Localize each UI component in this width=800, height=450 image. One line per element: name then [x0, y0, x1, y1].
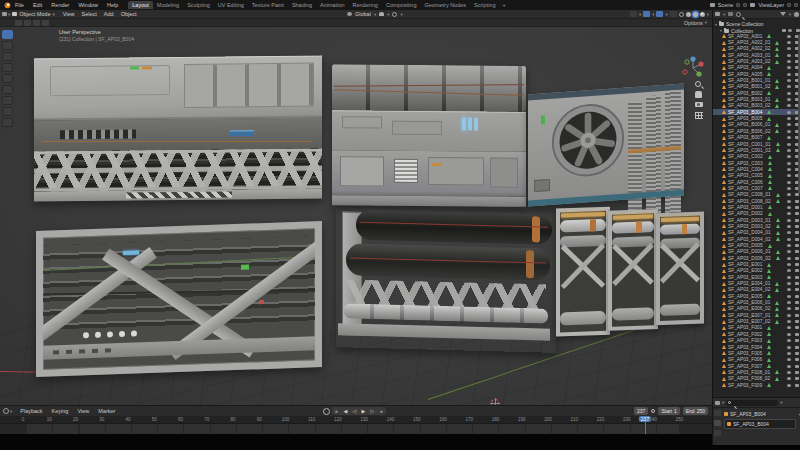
- disable-render-toggle[interactable]: [795, 333, 799, 336]
- tool-setting-select-mode-intersect[interactable]: [42, 20, 49, 26]
- exclude-checkbox[interactable]: [782, 29, 786, 32]
- remove-view-layer-button[interactable]: [794, 3, 798, 7]
- hide-viewport-toggle[interactable]: [787, 79, 791, 82]
- viewport-camera-icon[interactable]: [695, 102, 703, 107]
- model-panel-tanks[interactable]: [336, 207, 556, 353]
- object-name-field[interactable]: SF_AP03_B004: [724, 419, 796, 429]
- tool-setting-select-box[interactable]: [15, 20, 22, 26]
- show-gizmo-toggle[interactable]: [643, 11, 650, 17]
- properties-editor-type-icon[interactable]: [715, 401, 720, 405]
- outliner-display-mode-icon[interactable]: [728, 12, 733, 16]
- hide-viewport-toggle[interactable]: [787, 314, 791, 317]
- properties-search-input[interactable]: [726, 400, 778, 406]
- playback-play[interactable]: ▶: [359, 407, 368, 415]
- hide-viewport-toggle[interactable]: [787, 155, 791, 158]
- toggle-xray[interactable]: [670, 11, 677, 17]
- topbar-menu-file[interactable]: File: [15, 2, 24, 8]
- blender-logo-icon[interactable]: [3, 1, 11, 9]
- tool-cursor[interactable]: [2, 41, 13, 50]
- disable-render-toggle[interactable]: [795, 257, 799, 260]
- timeline-menu-keying[interactable]: Keying: [52, 408, 69, 414]
- hide-viewport-toggle[interactable]: [787, 47, 791, 50]
- hide-viewport-toggle[interactable]: [787, 365, 791, 368]
- tool-measure[interactable]: [2, 107, 13, 116]
- tool-annotate[interactable]: [2, 96, 13, 105]
- disable-render-toggle[interactable]: [795, 358, 799, 361]
- hide-viewport-toggle[interactable]: [787, 54, 791, 57]
- disclosure-icon[interactable]: ▾: [715, 22, 717, 27]
- hide-viewport-toggle[interactable]: [787, 244, 791, 247]
- hide-viewport-toggle[interactable]: [787, 193, 791, 196]
- transform-orientation-dropdown[interactable]: Global: [355, 11, 371, 17]
- hide-viewport-toggle[interactable]: [787, 60, 791, 63]
- disable-render-toggle[interactable]: [795, 295, 799, 298]
- hide-viewport-toggle[interactable]: [787, 219, 791, 222]
- viewport-3d[interactable]: User Perspective (231) Collection | SF_A…: [0, 27, 712, 405]
- outliner-scrollbar[interactable]: [798, 34, 800, 194]
- disable-render-toggle[interactable]: [795, 263, 799, 266]
- model-panel-top-left[interactable]: [34, 55, 322, 201]
- tab-data[interactable]: [714, 430, 721, 436]
- hide-viewport-toggle[interactable]: [787, 339, 791, 342]
- hide-viewport-toggle[interactable]: [787, 307, 791, 310]
- playback-next-keyframe[interactable]: ▷: [368, 407, 377, 415]
- disable-render-toggle[interactable]: [795, 282, 799, 285]
- disable-render-toggle[interactable]: [795, 231, 799, 234]
- hide-viewport-toggle[interactable]: [787, 206, 791, 209]
- hide-viewport-toggle[interactable]: [788, 29, 792, 32]
- tab-object[interactable]: [714, 420, 721, 426]
- hide-viewport-toggle[interactable]: [787, 73, 791, 76]
- tool-setting-select-mode-subtract[interactable]: [33, 20, 40, 26]
- disable-render-toggle[interactable]: [795, 301, 799, 304]
- shading-dropdown[interactable]: ▾: [707, 12, 709, 17]
- disable-render-toggle[interactable]: [795, 288, 799, 291]
- tool-add-cube[interactable]: [2, 118, 13, 127]
- tab-tool[interactable]: [714, 410, 721, 416]
- unlink-scene-button[interactable]: [743, 3, 747, 7]
- shading-wireframe-button[interactable]: [679, 12, 684, 17]
- topbar-menu-window[interactable]: Window: [78, 2, 98, 8]
- topbar-menu-render[interactable]: Render: [51, 2, 69, 8]
- workspace-tab-animation[interactable]: Animation: [316, 1, 348, 9]
- auto-keying-button[interactable]: [323, 408, 330, 415]
- add-workspace-button[interactable]: +: [499, 1, 508, 9]
- hide-viewport-toggle[interactable]: [787, 301, 791, 304]
- start-frame-field[interactable]: Start1: [658, 407, 679, 415]
- disable-render-toggle[interactable]: [795, 200, 799, 203]
- hide-viewport-toggle[interactable]: [787, 231, 791, 234]
- disable-render-toggle[interactable]: [795, 238, 799, 241]
- hide-viewport-toggle[interactable]: [787, 288, 791, 291]
- hide-viewport-toggle[interactable]: [787, 143, 791, 146]
- timeline-editor-type-icon[interactable]: [3, 408, 9, 414]
- hide-viewport-toggle[interactable]: [787, 238, 791, 241]
- disable-render-toggle[interactable]: [795, 225, 799, 228]
- disable-render-toggle[interactable]: [795, 206, 799, 209]
- hide-viewport-toggle[interactable]: [787, 276, 791, 279]
- workspace-tab-shading[interactable]: Shading: [288, 1, 316, 9]
- hide-viewport-toggle[interactable]: [787, 371, 791, 374]
- properties-filter-dropdown[interactable]: ▾: [780, 400, 782, 405]
- hide-viewport-toggle[interactable]: [787, 136, 791, 139]
- scene-selector[interactable]: Scene: [718, 2, 734, 8]
- hide-viewport-toggle[interactable]: [787, 200, 791, 203]
- outliner-search-icon[interactable]: [736, 12, 741, 17]
- workspace-tab-compositing[interactable]: Compositing: [382, 1, 421, 9]
- hide-viewport-toggle[interactable]: [787, 320, 791, 323]
- hide-viewport-toggle[interactable]: [787, 111, 791, 114]
- outliner-filter-icon[interactable]: [780, 12, 786, 16]
- hide-viewport-toggle[interactable]: [787, 352, 791, 355]
- hide-viewport-toggle[interactable]: [787, 187, 791, 190]
- disable-render-toggle[interactable]: [795, 276, 799, 279]
- workspace-tab-texture-paint[interactable]: Texture Paint: [248, 1, 288, 9]
- disable-render-toggle[interactable]: [795, 250, 799, 253]
- hide-viewport-toggle[interactable]: [787, 85, 791, 88]
- disable-render-toggle[interactable]: [795, 365, 799, 368]
- new-scene-button[interactable]: [736, 3, 740, 7]
- outliner-options-icon[interactable]: [794, 12, 799, 17]
- hide-viewport-toggle[interactable]: [787, 250, 791, 253]
- hide-viewport-toggle[interactable]: [787, 168, 791, 171]
- hide-viewport-toggle[interactable]: [787, 212, 791, 215]
- disable-render-toggle[interactable]: [795, 307, 799, 310]
- hide-viewport-toggle[interactable]: [787, 66, 791, 69]
- workspace-tab-layout[interactable]: Layout: [128, 1, 153, 9]
